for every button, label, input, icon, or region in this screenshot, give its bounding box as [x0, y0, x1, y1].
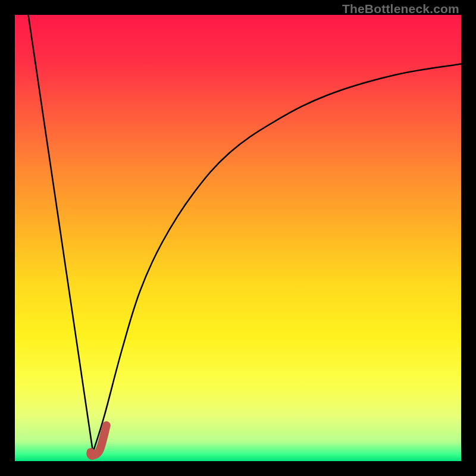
- attribution-text: TheBottleneck.com: [342, 2, 459, 16]
- chart-frame: [15, 15, 461, 461]
- bottleneck-chart: [15, 15, 461, 461]
- gradient-background: [15, 15, 461, 461]
